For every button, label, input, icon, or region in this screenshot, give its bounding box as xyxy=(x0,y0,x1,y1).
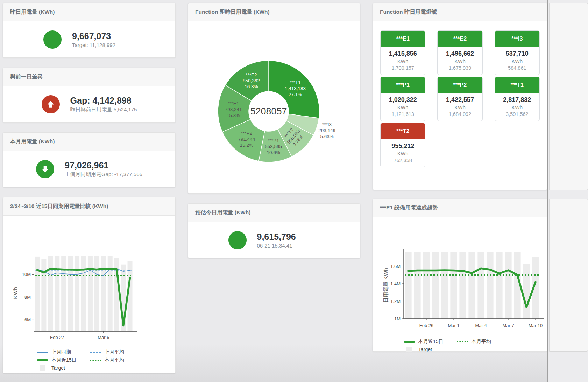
card-title: 本月用電量 (KWh) xyxy=(3,133,175,151)
yesterday-usage-value: 9,667,073 xyxy=(72,31,135,41)
partial-card-fragment xyxy=(549,3,588,190)
15day-comparison-chart: 6M8M10MFeb 27Mar 6KWh xyxy=(3,216,175,346)
card-title: Function 昨日用電燈號 xyxy=(373,3,547,21)
svg-text:Mar 10: Mar 10 xyxy=(529,323,543,328)
card-day-gap: 與前一日差異 Gap: 4,142,898 昨日與前日用電量 5,524,175 xyxy=(3,68,176,123)
tile-unit: KWh xyxy=(381,58,425,64)
stat-body: 9,615,796 06-21 15:34:41 xyxy=(188,222,360,258)
svg-text:Mar 4: Mar 4 xyxy=(475,323,487,328)
legend-label: 上月同期 xyxy=(51,349,71,355)
legend-row: 上月同期 上月平均 xyxy=(37,349,175,355)
card-realtime-usage: Function 即時日用電量 (KWh) ***T11,413,18327.1… xyxy=(188,3,360,194)
light-tile-t1[interactable]: ***T1 2,817,832 KWh 3,591,562 xyxy=(495,77,540,121)
tile-unit: KWh xyxy=(438,105,482,110)
tile-name: ***I3 xyxy=(495,31,539,47)
legend-row: Target xyxy=(37,365,175,371)
tile-value: 1,415,856 xyxy=(381,50,425,57)
month-usage-value: 97,026,961 xyxy=(65,160,142,171)
svg-text:1.6M: 1.6M xyxy=(390,264,401,269)
tile-unit: KWh xyxy=(495,58,539,64)
svg-text:1.2M: 1.2M xyxy=(390,299,401,304)
svg-text:日用電量 KWh: 日用電量 KWh xyxy=(383,268,389,303)
estimate-timestamp: 06-21 15:34:41 xyxy=(257,243,320,249)
legend-item[interactable]: 本月平均 xyxy=(457,339,510,345)
arrow-down-icon xyxy=(36,160,54,178)
tile-name: ***P1 xyxy=(381,77,425,93)
tile-target: 1,684,092 xyxy=(438,111,482,117)
tile-unit: KWh xyxy=(438,58,482,64)
tile-name: ***T1 xyxy=(495,77,539,93)
svg-text:1M: 1M xyxy=(394,316,401,321)
tile-value: 2,817,832 xyxy=(495,96,539,104)
svg-text:***I3293,1495.63%: ***I3293,1495.63% xyxy=(318,122,335,139)
legend-item[interactable]: 本月平均 xyxy=(90,357,143,363)
tile-value: 1,496,662 xyxy=(438,50,482,57)
svg-text:Feb 27: Feb 27 xyxy=(50,335,64,340)
light-tile-t2[interactable]: ***T2 955,212 KWh 762,358 xyxy=(380,123,425,167)
light-tile-p2[interactable]: ***P2 1,422,557 KWh 1,684,092 xyxy=(437,77,482,121)
svg-text:KWh: KWh xyxy=(12,287,18,299)
svg-text:Mar 1: Mar 1 xyxy=(448,323,459,328)
card-e1-trend: ***E1 設備用電達成趨勢 1M1.2M1.4M1.6MFeb 26Mar 1… xyxy=(373,199,547,352)
card-title: Function 即時日用電量 (KWh) xyxy=(188,3,360,21)
target-bar-swatch-icon xyxy=(40,365,45,371)
legend-label: Target xyxy=(418,347,432,352)
tile-name: ***E1 xyxy=(381,31,425,47)
legend-item[interactable]: Target xyxy=(404,347,457,352)
blue-line-swatch-icon xyxy=(37,352,48,353)
tile-name: ***E2 xyxy=(438,31,482,47)
stat-text: 97,026,961 上個月同期用電Gap: -17,377,566 xyxy=(65,160,142,178)
legend-label: 上月平均 xyxy=(105,349,124,355)
green-line-swatch-icon xyxy=(404,341,415,343)
legend-item[interactable]: 本月近15日 xyxy=(404,339,457,345)
card-usage-lights: Function 昨日用電燈號 ***E1 1,415,856 KWh 1,70… xyxy=(373,3,547,190)
legend-item[interactable]: Target xyxy=(37,365,90,371)
arrow-up-icon xyxy=(42,95,60,113)
trend-legend: 本月近15日 本月平均 Target xyxy=(404,339,547,352)
yesterday-usage-target: Target: 11,128,992 xyxy=(72,42,135,48)
month-usage-gap: 上個月同期用電Gap: -17,377,566 xyxy=(65,171,142,178)
card-yesterday-usage: 昨日用電量 (KWh) 9,667,073 Target: 11,128,992 xyxy=(3,3,176,58)
tile-unit: KWh xyxy=(495,105,539,110)
legend-row: 本月近15日 本月平均 xyxy=(404,339,547,345)
day-gap-value: Gap: 4,142,898 xyxy=(70,96,137,106)
light-tile-i3[interactable]: ***I3 537,710 KWh 584,861 xyxy=(495,30,540,75)
comparison-legend: 上月同期 上月平均 本月近15日 本月平均 Target xyxy=(37,349,175,371)
tile-name: ***P2 xyxy=(438,77,482,93)
legend-item[interactable]: 上月平均 xyxy=(90,349,143,355)
tile-unit: KWh xyxy=(381,151,425,157)
card-title: 2/24~3/10 近15日同期用電量比較 (KWh) xyxy=(3,197,175,216)
stat-body: 9,667,073 Target: 11,128,992 xyxy=(3,21,175,58)
legend-row: 本月近15日 本月平均 xyxy=(37,357,175,363)
stat-body: Gap: 4,142,898 昨日與前日用電量 5,524,175 xyxy=(3,86,175,123)
light-tile-p1[interactable]: ***P1 1,020,322 KWh 1,121,613 xyxy=(380,77,425,121)
legend-item[interactable]: 上月同期 xyxy=(37,349,90,355)
light-tile-e1[interactable]: ***E1 1,415,856 KWh 1,700,157 xyxy=(380,30,425,75)
stat-body: 97,026,961 上個月同期用電Gap: -17,377,566 xyxy=(3,151,175,187)
legend-item[interactable]: 本月近15日 xyxy=(37,357,90,363)
stat-text: 9,667,073 Target: 11,128,992 xyxy=(72,31,135,48)
svg-text:Mar 6: Mar 6 xyxy=(98,335,109,340)
tile-target: 3,591,562 xyxy=(495,111,539,117)
legend-label: 本月平均 xyxy=(472,339,491,345)
light-tile-e2[interactable]: ***E2 1,496,662 KWh 1,675,939 xyxy=(437,30,482,75)
blue-dashed-swatch-icon xyxy=(90,352,101,353)
card-15day-comparison: 2/24~3/10 近15日同期用電量比較 (KWh) 6M8M10MFeb 2… xyxy=(3,197,176,373)
tile-target: 1,121,613 xyxy=(381,111,425,117)
tile-value: 537,710 xyxy=(495,50,539,57)
svg-text:Feb 26: Feb 26 xyxy=(419,323,433,328)
card-month-usage: 本月用電量 (KWh) 97,026,961 上個月同期用電Gap: -17,3… xyxy=(3,132,176,187)
day-gap-subtitle: 昨日與前日用電量 5,524,175 xyxy=(70,106,137,113)
lights-tile-grid: ***E1 1,415,856 KWh 1,700,157 ***E2 1,49… xyxy=(373,21,547,167)
svg-text:8M: 8M xyxy=(24,294,31,300)
tile-target: 1,700,157 xyxy=(381,65,425,71)
window-edge-divider xyxy=(547,0,548,382)
legend-row: Target xyxy=(404,347,547,352)
tile-unit: KWh xyxy=(381,105,425,110)
green-status-circle-icon xyxy=(43,30,62,49)
e1-trend-chart: 1M1.2M1.4M1.6MFeb 26Mar 1Mar 4Mar 7Mar 1… xyxy=(373,217,547,335)
svg-text:10M: 10M xyxy=(22,272,31,277)
stat-text: Gap: 4,142,898 昨日與前日用電量 5,524,175 xyxy=(70,96,137,113)
tile-name: ***T2 xyxy=(381,123,425,139)
green-dotted-swatch-icon xyxy=(90,360,101,361)
